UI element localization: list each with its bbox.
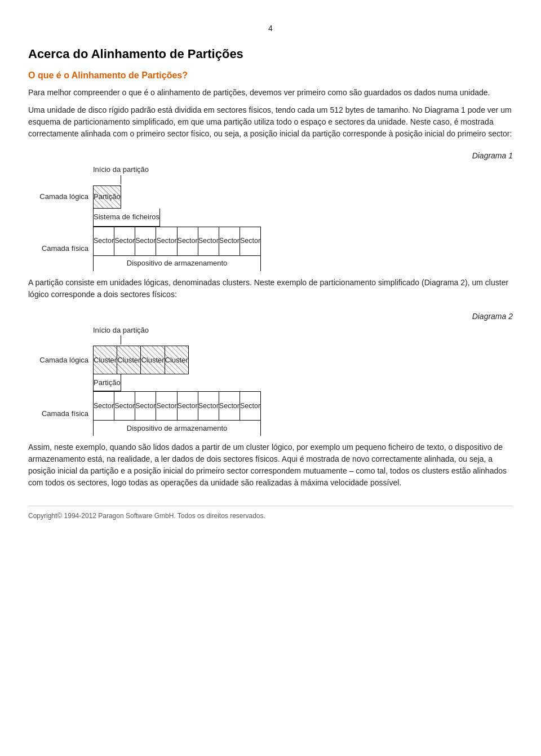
- sector-row-1: Sector Sector Sector Sector Sector Secto…: [94, 227, 260, 255]
- sector-cell-2-6: Sector: [219, 392, 240, 420]
- footer: Copyright© 1994-2012 Paragon Software Gm…: [28, 506, 513, 521]
- inicio-partição-1: Início da partição: [93, 164, 149, 184]
- paragraph-4: Assim, neste exemplo, quando são lidos d…: [28, 441, 513, 489]
- cluster-row: Cluster Cluster Cluster Cluster: [94, 346, 188, 374]
- sector-cell-2-3: Sector: [156, 392, 177, 420]
- sector-cell-2-1: Sector: [114, 392, 135, 420]
- sector-cell-1-7: Sector: [240, 227, 260, 255]
- filesystem-bar-1: Sistema de ficheiros: [94, 209, 159, 227]
- sector-cell-2-2: Sector: [135, 392, 156, 420]
- paragraph-1: Para melhor compreender o que é o alinha…: [28, 87, 513, 99]
- sector-cell-1-2: Sector: [135, 227, 156, 255]
- diagram-1-label: Diagrama 1: [28, 150, 513, 162]
- diagram-2: Diagrama 2 Início da partição Camada lóg…: [28, 311, 513, 436]
- section-subtitle: O que é o Alinhamento de Partições?: [28, 69, 513, 82]
- camada-logica-row-1: Camada lógica Partição: [34, 185, 121, 209]
- paragraph-3: A partição consiste em unidades lógicas,…: [28, 277, 513, 300]
- sector-cell-1-6: Sector: [219, 227, 240, 255]
- camada-fisica-row-2: Camada física Sector Sector Sector Secto…: [34, 391, 261, 436]
- page-title: Acerca do Alinhamento de Partições: [28, 45, 513, 63]
- sector-cell-1-0: Sector: [94, 227, 114, 255]
- sector-cell-2-7: Sector: [240, 392, 260, 420]
- camada-logica-row-2: Camada lógica Cluster Cluster Cluster Cl…: [34, 346, 189, 374]
- sector-cell-2-0: Sector: [94, 392, 114, 420]
- cluster-cell-1: Cluster: [117, 346, 141, 374]
- inicio-text-1: Início da partição: [93, 164, 149, 175]
- inicio-text-2: Início da partição: [93, 325, 149, 336]
- inicio-partição-2: Início da partição: [93, 325, 149, 345]
- filesystem-row-1: Sistema de ficheiros: [34, 209, 160, 227]
- cluster-cell-0: Cluster: [94, 346, 117, 374]
- sector-cell-1-5: Sector: [198, 227, 219, 255]
- partition-row-2: Partição: [34, 374, 121, 391]
- sector-row-2: Sector Sector Sector Sector Sector Secto…: [94, 392, 260, 420]
- page-number: 4: [28, 23, 513, 34]
- camada-logica-label-2: Camada lógica: [34, 346, 93, 374]
- partition-under-cluster: Partição: [94, 374, 121, 391]
- sector-cell-1-3: Sector: [156, 227, 177, 255]
- cluster-cell-3: Cluster: [165, 346, 188, 374]
- diagram-2-label: Diagrama 2: [28, 311, 513, 322]
- device-bar-1: Dispositivo de armazenamento: [94, 255, 260, 271]
- sector-cell-2-5: Sector: [198, 392, 219, 420]
- sector-cell-1-1: Sector: [114, 227, 135, 255]
- camada-fisica-label-1: Camada física: [34, 227, 93, 271]
- sector-cell-1-4: Sector: [178, 227, 198, 255]
- cluster-cell-2: Cluster: [141, 346, 165, 374]
- sector-cell-2-4: Sector: [178, 392, 198, 420]
- device-bar-2: Dispositivo de armazenamento: [94, 420, 260, 436]
- partition-bar-1: Partição: [94, 186, 121, 209]
- diagram-1: Diagrama 1 Início da partição Camada lóg…: [28, 150, 513, 271]
- camada-fisica-label-2: Camada física: [34, 391, 93, 436]
- camada-logica-label-1: Camada lógica: [34, 185, 93, 209]
- camada-fisica-row-1: Camada física Sector Sector Sector Secto…: [34, 227, 261, 271]
- paragraph-2: Uma unidade de disco rígido padrão está …: [28, 104, 513, 140]
